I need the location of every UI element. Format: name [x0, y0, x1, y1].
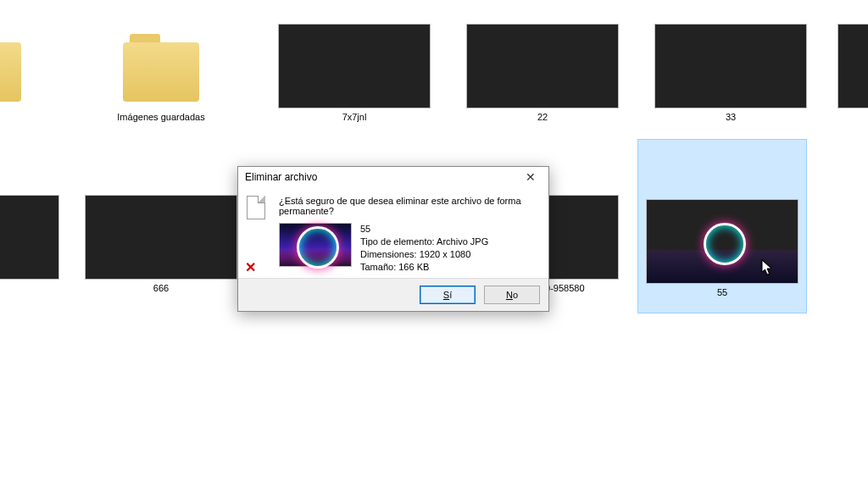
image-item[interactable] [0, 195, 68, 283]
dialog-file-dimensions: Dimensiones: 1920 x 1080 [360, 248, 488, 261]
dialog-preview-thumbnail [279, 223, 352, 267]
no-button-mnemonic: N [506, 290, 513, 300]
folder-item[interactable]: a [0, 24, 68, 123]
image-item[interactable]: 22 [458, 24, 627, 123]
image-thumbnail [85, 195, 237, 280]
dialog-body: ✕ ¿Está seguro de que desea eliminar est… [238, 187, 548, 278]
dialog-warning-icon: ✕ [247, 196, 270, 273]
folder-icon [85, 24, 237, 108]
dialog-title: Eliminar archivo [245, 171, 317, 183]
item-caption: Imágenes guardadas [76, 112, 246, 123]
item-caption: 666 [76, 283, 246, 294]
image-item[interactable]: 666 [76, 195, 246, 294]
item-caption: a [0, 112, 68, 123]
delete-file-dialog: Eliminar archivo ✕ ✕ ¿Está seguro de que… [237, 166, 549, 312]
close-icon: ✕ [526, 170, 536, 184]
folder-item[interactable]: Imágenes guardadas [76, 24, 246, 123]
image-thumbnail [837, 24, 868, 108]
folder-icon [0, 24, 59, 108]
dialog-file-size: Tamaño: 166 KB [360, 261, 488, 274]
dialog-button-row: Sí No [238, 278, 548, 311]
item-caption: 22 [458, 112, 627, 123]
image-thumbnail [0, 195, 59, 280]
item-caption: 7x7jnl [270, 112, 439, 123]
dialog-titlebar[interactable]: Eliminar archivo ✕ [238, 167, 548, 187]
image-thumbnail [466, 24, 619, 108]
item-caption: 33 [646, 112, 815, 123]
image-item-selected[interactable]: 55 [637, 139, 807, 313]
dialog-question: ¿Está seguro de que desea eliminar este … [279, 196, 538, 216]
close-button[interactable]: ✕ [518, 169, 543, 186]
image-item[interactable]: 7x7jnl [270, 24, 439, 123]
yes-button[interactable]: Sí [420, 286, 476, 304]
dialog-file-meta: 55 Tipo de elemento: Archivo JPG Dimensi… [360, 223, 488, 273]
dialog-file-name: 55 [360, 223, 488, 236]
item-caption: 55 [642, 287, 803, 298]
image-thumbnail [654, 24, 807, 108]
image-thumbnail [278, 24, 431, 108]
yes-button-rest: í [449, 290, 452, 300]
image-item[interactable]: 33 [646, 24, 815, 123]
image-thumbnail [646, 199, 798, 284]
no-button[interactable]: No [484, 286, 540, 304]
image-item[interactable] [831, 24, 868, 112]
dialog-file-type: Tipo de elemento: Archivo JPG [360, 236, 488, 248]
no-button-rest: o [513, 290, 518, 300]
delete-x-icon: ✕ [245, 261, 256, 274]
